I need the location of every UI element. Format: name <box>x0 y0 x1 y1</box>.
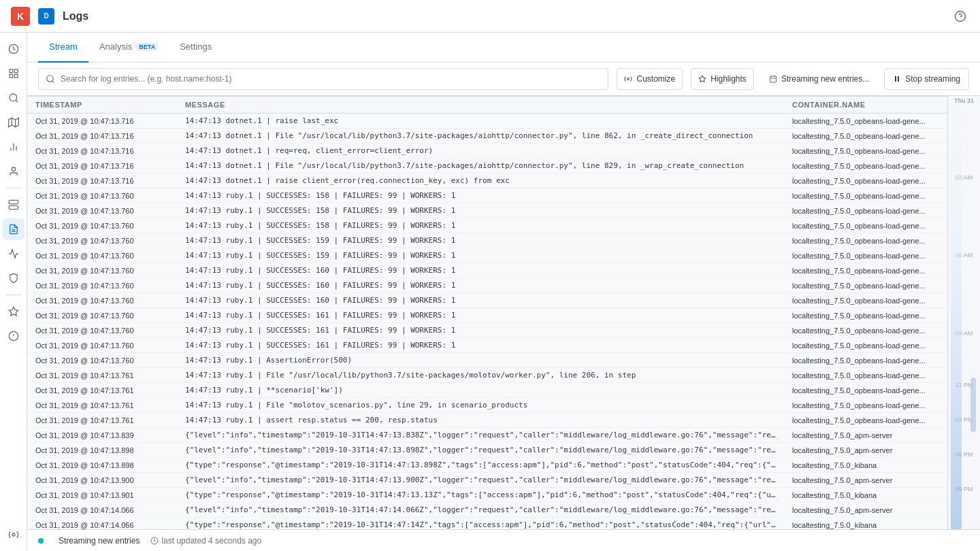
cell-timestamp: Oct 31, 2019 @ 10:47:13.900 <box>27 473 177 488</box>
col-header-timestamp: Timestamp <box>27 97 177 114</box>
table-row[interactable]: Oct 31, 2019 @ 10:47:13.76114:47:13 ruby… <box>27 368 947 383</box>
cell-container: localtesting_7.5.0_opbeans-load-gene... <box>784 129 947 144</box>
timeline-scrollbar-thumb <box>970 378 976 432</box>
tab-stream[interactable]: Stream <box>38 33 88 63</box>
svg-rect-6 <box>10 74 13 78</box>
sidebar-item-maps[interactable] <box>3 112 24 133</box>
cell-message: {"type":"response","@timestamp":"2019-10… <box>177 488 784 503</box>
svg-rect-17 <box>9 205 18 209</box>
table-row[interactable]: Oct 31, 2019 @ 10:47:13.76014:47:13 ruby… <box>27 278 947 293</box>
table-row[interactable]: Oct 31, 2019 @ 10:47:13.76014:47:13 ruby… <box>27 338 947 353</box>
cell-container: localtesting_7.5.0_opbeans-load-gene... <box>784 263 947 278</box>
main-content: Stream Analysis BETA Settings <box>27 33 980 551</box>
main-layout: Stream Analysis BETA Settings <box>0 33 980 551</box>
sidebar-item-visualize[interactable] <box>3 136 24 158</box>
table-row[interactable]: Oct 31, 2019 @ 10:47:13.76114:47:13 ruby… <box>27 383 947 398</box>
svg-rect-16 <box>9 200 18 203</box>
log-table-wrapper[interactable]: Timestamp Message container.name Oct 31,… <box>27 96 947 529</box>
highlights-button[interactable]: Highlights <box>691 68 754 90</box>
table-row[interactable]: Oct 31, 2019 @ 10:47:13.76014:47:13 ruby… <box>27 248 947 263</box>
timeline-histogram <box>951 96 962 529</box>
svg-rect-30 <box>770 76 776 82</box>
sidebar-item-uptime[interactable] <box>3 267 24 289</box>
cell-container: localtesting_7.5.0_opbeans-load-gene... <box>784 158 947 173</box>
sidebar-item-ml[interactable] <box>3 301 24 322</box>
cell-message: 14:47:13 ruby.1 | SUCCESSES: 159 | FAILU… <box>177 248 784 263</box>
sidebar-item-dashboard[interactable] <box>3 63 24 84</box>
sidebar-item-logs[interactable] <box>3 218 24 240</box>
sidebar-item-siem[interactable] <box>3 325 24 347</box>
table-row[interactable]: Oct 31, 2019 @ 10:47:13.76014:47:13 ruby… <box>27 293 947 308</box>
sidebar-item-canvas[interactable] <box>3 161 24 182</box>
help-button[interactable] <box>951 7 969 25</box>
table-row[interactable]: Oct 31, 2019 @ 10:47:13.71614:47:13 dotn… <box>27 173 947 188</box>
customize-icon <box>624 75 632 83</box>
cell-container: localtesting_7.5.0_opbeans-load-gene... <box>784 413 947 428</box>
sidebar-item-settings[interactable] <box>3 524 24 546</box>
svg-marker-22 <box>9 307 18 316</box>
table-row[interactable]: Oct 31, 2019 @ 10:47:13.76114:47:13 ruby… <box>27 398 947 413</box>
sidebar-separator-1 <box>5 188 22 188</box>
cell-message: 14:47:13 dotnet.1 | req=req, client_erro… <box>177 144 784 158</box>
customize-button[interactable]: Customize <box>617 68 683 90</box>
stop-streaming-button[interactable]: Stop streaming <box>884 68 969 90</box>
svg-rect-34 <box>895 76 896 82</box>
cell-timestamp: Oct 31, 2019 @ 10:47:13.760 <box>27 233 177 248</box>
table-row[interactable]: Oct 31, 2019 @ 10:47:13.76014:47:13 ruby… <box>27 308 947 323</box>
table-row[interactable]: Oct 31, 2019 @ 10:47:13.76014:47:13 ruby… <box>27 353 947 368</box>
search-input[interactable] <box>61 74 601 84</box>
cell-timestamp: Oct 31, 2019 @ 10:47:13.760 <box>27 278 177 293</box>
cell-container: localtesting_7.5.0_opbeans-load-gene... <box>784 248 947 263</box>
search-box[interactable] <box>38 68 608 90</box>
cell-container: localtesting_7.5.0_opbeans-load-gene... <box>784 173 947 188</box>
svg-point-15 <box>12 167 15 171</box>
table-row[interactable]: Oct 31, 2019 @ 10:47:13.76014:47:13 ruby… <box>27 233 947 248</box>
table-row[interactable]: Oct 31, 2019 @ 10:47:14.066{"type":"resp… <box>27 518 947 530</box>
pause-icon <box>893 75 901 83</box>
cell-timestamp: Oct 31, 2019 @ 10:47:13.716 <box>27 144 177 158</box>
table-row[interactable]: Oct 31, 2019 @ 10:47:13.76014:47:13 ruby… <box>27 323 947 338</box>
cell-message: 14:47:13 dotnet.1 | File "/usr/local/lib… <box>177 158 784 173</box>
sidebar-item-infrastructure[interactable] <box>3 194 24 216</box>
cell-container: localtesting_7.5.0_opbeans-load-gene... <box>784 338 947 353</box>
table-row[interactable]: Oct 31, 2019 @ 10:47:13.76014:47:13 ruby… <box>27 188 947 203</box>
table-row[interactable]: Oct 31, 2019 @ 10:47:13.898{"type":"resp… <box>27 458 947 473</box>
table-row[interactable]: Oct 31, 2019 @ 10:47:13.71614:47:13 dotn… <box>27 158 947 173</box>
cell-timestamp: Oct 31, 2019 @ 10:47:14.066 <box>27 503 177 518</box>
timeline-bar[interactable]: Thu 31 03 AM 06 AM 09 AM 12 PM 03 PM 06 … <box>947 96 980 529</box>
table-row[interactable]: Oct 31, 2019 @ 10:47:13.898{"level":"inf… <box>27 443 947 458</box>
sidebar-item-recent[interactable] <box>3 38 24 60</box>
cell-timestamp: Oct 31, 2019 @ 10:47:14.066 <box>27 518 177 530</box>
app-icon: D <box>38 8 54 24</box>
table-row[interactable]: Oct 31, 2019 @ 10:47:13.71614:47:13 dotn… <box>27 114 947 129</box>
page-title: Logs <box>63 10 943 22</box>
table-row[interactable]: Oct 31, 2019 @ 10:47:13.71614:47:13 dotn… <box>27 129 947 144</box>
cell-message: 14:47:13 dotnet.1 | raise last_exc <box>177 114 784 129</box>
sidebar-item-discover[interactable] <box>3 87 24 109</box>
table-row[interactable]: Oct 31, 2019 @ 10:47:13.900{"level":"inf… <box>27 473 947 488</box>
table-row[interactable]: Oct 31, 2019 @ 10:47:14.066{"level":"inf… <box>27 503 947 518</box>
tab-settings[interactable]: Settings <box>169 33 223 63</box>
svg-marker-9 <box>8 118 18 127</box>
table-row[interactable]: Oct 31, 2019 @ 10:47:13.71614:47:13 dotn… <box>27 144 947 158</box>
cell-container: localtesting_7.5.0_opbeans-load-gene... <box>784 144 947 158</box>
table-row[interactable]: Oct 31, 2019 @ 10:47:13.76114:47:13 ruby… <box>27 413 947 428</box>
table-row[interactable]: Oct 31, 2019 @ 10:47:13.76014:47:13 ruby… <box>27 263 947 278</box>
sidebar-item-apm[interactable] <box>3 243 24 265</box>
cell-message: 14:47:13 ruby.1 | SUCCESSES: 160 | FAILU… <box>177 263 784 278</box>
cell-timestamp: Oct 31, 2019 @ 10:47:13.716 <box>27 158 177 173</box>
topbar: K D Logs <box>0 0 980 33</box>
cell-timestamp: Oct 31, 2019 @ 10:47:13.760 <box>27 263 177 278</box>
cell-message: 14:47:13 ruby.1 | SUCCESSES: 158 | FAILU… <box>177 218 784 233</box>
svg-rect-5 <box>14 74 18 78</box>
cell-message: 14:47:13 ruby.1 | **scenario['kw']) <box>177 383 784 398</box>
table-row[interactable]: Oct 31, 2019 @ 10:47:13.839{"level":"inf… <box>27 428 947 443</box>
log-table-body: Oct 31, 2019 @ 10:47:13.71614:47:13 dotn… <box>27 114 947 530</box>
cell-timestamp: Oct 31, 2019 @ 10:47:13.761 <box>27 398 177 413</box>
table-row[interactable]: Oct 31, 2019 @ 10:47:13.901{"type":"resp… <box>27 488 947 503</box>
table-row[interactable]: Oct 31, 2019 @ 10:47:13.76014:47:13 ruby… <box>27 218 947 233</box>
table-row[interactable]: Oct 31, 2019 @ 10:47:13.76014:47:13 ruby… <box>27 203 947 218</box>
tab-analysis[interactable]: Analysis BETA <box>88 33 169 63</box>
beta-badge: BETA <box>136 43 158 51</box>
streaming-indicator: Streaming new entries... <box>762 71 876 86</box>
